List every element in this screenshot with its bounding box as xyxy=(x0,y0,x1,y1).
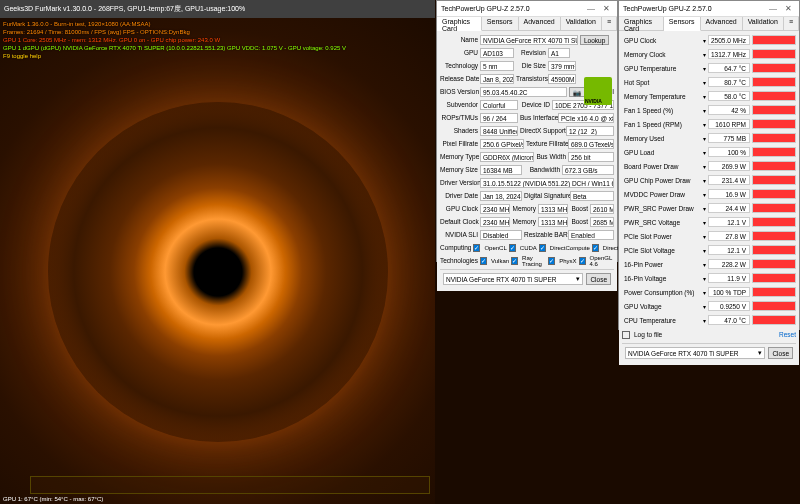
sensor-graph xyxy=(752,91,796,101)
tab-advanced[interactable]: Advanced xyxy=(701,17,743,30)
bios: 95.03.45.40.2C xyxy=(480,87,567,97)
sensor-label: PCIe Slot Voltage xyxy=(622,247,700,254)
sensor-dropdown[interactable]: ▾ xyxy=(700,51,708,58)
close-button[interactable]: ✕ xyxy=(599,3,613,15)
menu-button[interactable]: ≡ xyxy=(602,17,617,30)
sig: Beta xyxy=(570,191,614,201)
lbl: Memory Size xyxy=(440,166,478,173)
sensor-row: Fan 1 Speed (%)▾42 % xyxy=(622,104,796,116)
chk-opencl[interactable] xyxy=(473,244,480,252)
boost: 2610 MHz xyxy=(590,204,614,214)
menu-button[interactable]: ≡ xyxy=(784,17,799,30)
sensor-row: GPU Load▾100 % xyxy=(622,146,796,158)
sensor-dropdown[interactable]: ▾ xyxy=(700,233,708,240)
sensor-dropdown[interactable]: ▾ xyxy=(700,65,708,72)
sensor-row: Power Consumption (%)▾100 % TDP xyxy=(622,286,796,298)
sensor-label: Fan 1 Speed (RPM) xyxy=(622,121,700,128)
sli: Disabled xyxy=(480,230,522,240)
sensor-dropdown[interactable]: ▾ xyxy=(700,163,708,170)
sensor-value: 100 % TDP xyxy=(708,287,750,297)
close-button[interactable]: Close xyxy=(768,347,793,359)
sensor-dropdown[interactable]: ▾ xyxy=(700,261,708,268)
sensor-dropdown[interactable]: ▾ xyxy=(700,177,708,184)
chk-opengl[interactable] xyxy=(579,257,586,265)
close-button[interactable]: Close xyxy=(586,273,611,285)
sensor-label: Power Consumption (%) xyxy=(622,289,700,296)
sensor-graph xyxy=(752,245,796,255)
chk-directml[interactable] xyxy=(592,244,599,252)
sensor-row: GPU Clock▾2505.0 MHz xyxy=(622,34,796,46)
lbl: Name xyxy=(440,36,478,43)
titlebar[interactable]: TechPowerUp GPU-Z 2.57.0 — ✕ xyxy=(437,1,617,17)
sensor-dropdown[interactable]: ▾ xyxy=(700,37,708,44)
chk-physx[interactable] xyxy=(548,257,555,265)
sensor-dropdown[interactable]: ▾ xyxy=(700,303,708,310)
sensor-dropdown[interactable]: ▾ xyxy=(700,317,708,324)
tab-advanced[interactable]: Advanced xyxy=(519,17,561,30)
sensor-dropdown[interactable]: ▾ xyxy=(700,205,708,212)
shaders: 8448 Unified xyxy=(480,126,518,136)
memtype: GDDR6X (Micron) xyxy=(480,152,534,162)
tab-graphics-card[interactable]: Graphics Card xyxy=(619,17,664,30)
sensor-label: PWR_SRC Power Draw xyxy=(622,205,700,212)
sensor-label: GPU Chip Power Draw xyxy=(622,177,700,184)
chk-directcompute[interactable] xyxy=(539,244,546,252)
log-checkbox[interactable] xyxy=(622,331,630,339)
furmark-temp-readout: GPU 1: 67°C (min: 54°C - max: 67°C) xyxy=(3,496,103,502)
sensor-value: 64.7 °C xyxy=(708,63,750,73)
lbl: Revision xyxy=(516,49,546,56)
sensor-dropdown[interactable]: ▾ xyxy=(700,135,708,142)
tab-sensors[interactable]: Sensors xyxy=(482,17,519,30)
sensor-row: Memory Temperature▾58.0 °C xyxy=(622,90,796,102)
lookup-button[interactable]: Lookup xyxy=(580,35,609,45)
sensor-value: 42 % xyxy=(708,105,750,115)
gpu-select[interactable]: NVIDIA GeForce RTX 4070 Ti SUPER▾ xyxy=(443,273,583,285)
sensor-dropdown[interactable]: ▾ xyxy=(700,93,708,100)
sensor-value: 47.0 °C xyxy=(708,315,750,325)
bus: PCIe x16 4.0 @ x8 4.0 xyxy=(558,113,614,123)
trans: 45900M xyxy=(548,74,576,84)
titlebar[interactable]: TechPowerUp GPU-Z 2.57.0 — ✕ xyxy=(619,1,799,17)
def-clock: 2340 MHz xyxy=(480,217,510,227)
minimize-button[interactable]: — xyxy=(766,3,780,15)
log-label: Log to file xyxy=(634,331,662,338)
tab-validation[interactable]: Validation xyxy=(743,17,784,30)
furmark-title: Geeks3D FurMark v1.30.0.0 - 268FPS, GPU1… xyxy=(4,4,245,14)
sensor-dropdown[interactable]: ▾ xyxy=(700,191,708,198)
sensor-dropdown[interactable]: ▾ xyxy=(700,275,708,282)
tab-graphics-card[interactable]: Graphics Card xyxy=(437,17,482,31)
sensor-dropdown[interactable]: ▾ xyxy=(700,121,708,128)
bios-save-button[interactable]: 📷 xyxy=(569,87,585,97)
sensor-label: Memory Clock xyxy=(622,51,700,58)
def-boost: 2685 MHz xyxy=(590,217,614,227)
lbl: Die Size xyxy=(516,62,546,69)
sensor-row: PCIe Slot Power▾27.8 W xyxy=(622,230,796,242)
sensor-graph xyxy=(752,161,796,171)
lbl: BIOS Version xyxy=(440,88,478,95)
footer: NVIDIA GeForce RTX 4070 Ti SUPER▾ Close xyxy=(622,343,796,362)
chk-raytracing[interactable] xyxy=(511,257,518,265)
reset-link[interactable]: Reset xyxy=(779,331,796,338)
tab-validation[interactable]: Validation xyxy=(561,17,602,30)
sensor-dropdown[interactable]: ▾ xyxy=(700,289,708,296)
window-title: TechPowerUp GPU-Z 2.57.0 xyxy=(623,5,765,12)
minimize-button[interactable]: — xyxy=(584,3,598,15)
chk-cuda[interactable] xyxy=(509,244,516,252)
gpu-select[interactable]: NVIDIA GeForce RTX 4070 Ti SUPER▾ xyxy=(625,347,765,359)
sensor-dropdown[interactable]: ▾ xyxy=(700,149,708,156)
sensor-graph xyxy=(752,301,796,311)
sensor-graph xyxy=(752,259,796,269)
sensor-label: PCIe Slot Power xyxy=(622,233,700,240)
lbl: Technologies xyxy=(440,257,478,264)
tab-sensors[interactable]: Sensors xyxy=(664,17,701,31)
sensor-dropdown[interactable]: ▾ xyxy=(700,247,708,254)
sensor-dropdown[interactable]: ▾ xyxy=(700,107,708,114)
lbl: Memory Type xyxy=(440,153,478,160)
sensor-dropdown[interactable]: ▾ xyxy=(700,79,708,86)
close-button[interactable]: ✕ xyxy=(781,3,795,15)
sensor-graph xyxy=(752,119,796,129)
pixfill: 250.6 GPixel/s xyxy=(480,139,524,149)
furmark-titlebar[interactable]: Geeks3D FurMark v1.30.0.0 - 268FPS, GPU1… xyxy=(0,0,435,18)
sensor-dropdown[interactable]: ▾ xyxy=(700,219,708,226)
chk-vulkan[interactable] xyxy=(480,257,487,265)
